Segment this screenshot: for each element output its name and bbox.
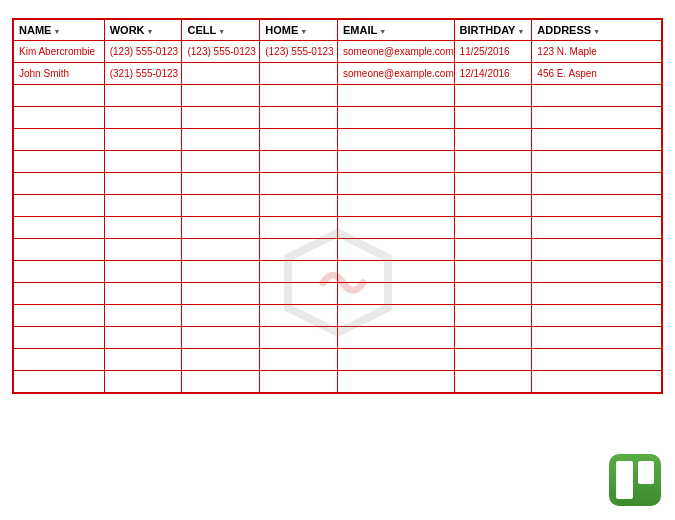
cell-work[interactable] xyxy=(104,305,182,327)
cell-address[interactable]: 123 N. Maple xyxy=(532,41,662,63)
cell-work[interactable] xyxy=(104,129,182,151)
cell-home[interactable] xyxy=(260,239,338,261)
cell-email[interactable] xyxy=(337,283,454,305)
cell-birthday[interactable] xyxy=(454,371,532,393)
cell-address[interactable] xyxy=(532,239,662,261)
cell-cell[interactable] xyxy=(182,305,260,327)
cell-birthday[interactable] xyxy=(454,173,532,195)
cell-work[interactable] xyxy=(104,239,182,261)
cell-name[interactable] xyxy=(14,217,105,239)
cell-birthday[interactable] xyxy=(454,327,532,349)
cell-work[interactable]: (321) 555-0123 xyxy=(104,63,182,85)
cell-home[interactable] xyxy=(260,151,338,173)
cell-birthday[interactable] xyxy=(454,283,532,305)
cell-cell[interactable] xyxy=(182,107,260,129)
cell-email[interactable] xyxy=(337,305,454,327)
cell-name[interactable] xyxy=(14,327,105,349)
cell-name[interactable] xyxy=(14,107,105,129)
cell-cell[interactable] xyxy=(182,349,260,371)
cell-birthday[interactable] xyxy=(454,107,532,129)
cell-home[interactable] xyxy=(260,195,338,217)
cell-email[interactable] xyxy=(337,107,454,129)
cell-home[interactable] xyxy=(260,371,338,393)
cell-name[interactable] xyxy=(14,85,105,107)
cell-address[interactable] xyxy=(532,173,662,195)
cell-home[interactable] xyxy=(260,173,338,195)
cell-birthday[interactable] xyxy=(454,129,532,151)
cell-home[interactable] xyxy=(260,85,338,107)
cell-address[interactable]: 456 E. Aspen xyxy=(532,63,662,85)
cell-work[interactable] xyxy=(104,349,182,371)
cell-work[interactable]: (123) 555-0123 xyxy=(104,41,182,63)
cell-home[interactable] xyxy=(260,283,338,305)
cell-email[interactable] xyxy=(337,195,454,217)
cell-address[interactable] xyxy=(532,85,662,107)
col-header-cell[interactable]: CELL▼ xyxy=(182,20,260,41)
cell-email[interactable] xyxy=(337,349,454,371)
cell-birthday[interactable] xyxy=(454,195,532,217)
cell-address[interactable] xyxy=(532,151,662,173)
cell-birthday[interactable] xyxy=(454,349,532,371)
cell-name[interactable]: John Smith xyxy=(14,63,105,85)
cell-address[interactable] xyxy=(532,305,662,327)
cell-name[interactable] xyxy=(14,129,105,151)
cell-email[interactable] xyxy=(337,151,454,173)
cell-work[interactable] xyxy=(104,371,182,393)
app-icon[interactable] xyxy=(609,454,661,506)
col-header-work[interactable]: WORK▼ xyxy=(104,20,182,41)
cell-work[interactable] xyxy=(104,151,182,173)
cell-address[interactable] xyxy=(532,349,662,371)
cell-birthday[interactable] xyxy=(454,217,532,239)
cell-birthday[interactable] xyxy=(454,261,532,283)
cell-cell[interactable] xyxy=(182,195,260,217)
cell-cell[interactable] xyxy=(182,173,260,195)
cell-address[interactable] xyxy=(532,195,662,217)
cell-work[interactable] xyxy=(104,195,182,217)
cell-email[interactable] xyxy=(337,371,454,393)
cell-email[interactable] xyxy=(337,129,454,151)
cell-name[interactable] xyxy=(14,305,105,327)
cell-home[interactable]: (123) 555-0123 xyxy=(260,41,338,63)
cell-home[interactable] xyxy=(260,349,338,371)
cell-birthday[interactable] xyxy=(454,239,532,261)
cell-name[interactable] xyxy=(14,195,105,217)
cell-name[interactable] xyxy=(14,371,105,393)
cell-cell[interactable] xyxy=(182,239,260,261)
cell-birthday[interactable] xyxy=(454,151,532,173)
cell-email[interactable]: someone@example.com xyxy=(337,63,454,85)
cell-address[interactable] xyxy=(532,327,662,349)
cell-work[interactable] xyxy=(104,261,182,283)
cell-work[interactable] xyxy=(104,217,182,239)
cell-email[interactable] xyxy=(337,217,454,239)
col-header-address[interactable]: ADDRESS▼ xyxy=(532,20,662,41)
col-header-birthday[interactable]: BIRTHDAY▼ xyxy=(454,20,532,41)
cell-home[interactable] xyxy=(260,261,338,283)
cell-home[interactable] xyxy=(260,129,338,151)
cell-work[interactable] xyxy=(104,327,182,349)
cell-work[interactable] xyxy=(104,173,182,195)
cell-address[interactable] xyxy=(532,261,662,283)
cell-email[interactable] xyxy=(337,239,454,261)
cell-birthday[interactable]: 11/25/2016 xyxy=(454,41,532,63)
cell-name[interactable] xyxy=(14,151,105,173)
cell-cell[interactable] xyxy=(182,327,260,349)
cell-address[interactable] xyxy=(532,217,662,239)
cell-name[interactable]: Kim Abercrombie xyxy=(14,41,105,63)
cell-cell[interactable] xyxy=(182,261,260,283)
cell-home[interactable] xyxy=(260,327,338,349)
cell-work[interactable] xyxy=(104,107,182,129)
cell-name[interactable] xyxy=(14,349,105,371)
cell-home[interactable] xyxy=(260,217,338,239)
cell-address[interactable] xyxy=(532,129,662,151)
cell-home[interactable] xyxy=(260,305,338,327)
cell-cell[interactable] xyxy=(182,371,260,393)
cell-address[interactable] xyxy=(532,107,662,129)
cell-cell[interactable]: (123) 555-0123 xyxy=(182,41,260,63)
cell-home[interactable] xyxy=(260,107,338,129)
cell-address[interactable] xyxy=(532,283,662,305)
cell-name[interactable] xyxy=(14,239,105,261)
col-header-home[interactable]: HOME▼ xyxy=(260,20,338,41)
cell-email[interactable] xyxy=(337,261,454,283)
cell-email[interactable] xyxy=(337,85,454,107)
cell-email[interactable] xyxy=(337,173,454,195)
